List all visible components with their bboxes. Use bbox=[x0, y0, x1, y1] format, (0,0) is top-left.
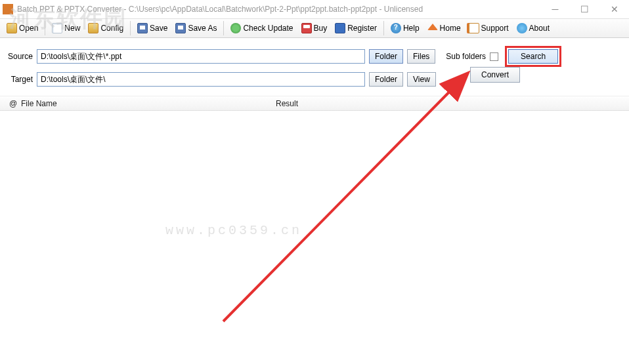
save-label: Save bbox=[150, 24, 167, 33]
config-label: Config bbox=[100, 24, 123, 33]
saveas-label: Save As bbox=[188, 24, 217, 33]
about-label: About bbox=[529, 24, 550, 33]
save-as-icon bbox=[175, 23, 186, 33]
info-icon bbox=[517, 23, 527, 33]
toolbar-separator bbox=[45, 21, 45, 35]
checkupdate-label: Check Update bbox=[243, 24, 293, 33]
subfolders-checkbox[interactable] bbox=[490, 52, 498, 61]
buy-label: Buy bbox=[314, 24, 328, 33]
col-result: Result bbox=[271, 99, 625, 108]
gear-icon bbox=[88, 23, 98, 33]
toolbar-separator bbox=[223, 21, 224, 35]
convert-button[interactable]: Convert bbox=[470, 67, 520, 83]
about-button[interactable]: About bbox=[513, 22, 553, 35]
help-button[interactable]: ?Help bbox=[387, 22, 423, 35]
save-as-button[interactable]: Save As bbox=[171, 22, 221, 35]
maximize-button[interactable]: ☐ bbox=[570, 0, 599, 18]
close-button[interactable]: ✕ bbox=[599, 0, 629, 18]
open-label: Open bbox=[19, 24, 38, 33]
support-icon bbox=[469, 23, 479, 33]
home-label: Home bbox=[440, 24, 461, 33]
home-button[interactable]: Home bbox=[423, 22, 465, 34]
source-folder-button[interactable]: Folder bbox=[369, 49, 403, 64]
results-table-body bbox=[0, 111, 629, 360]
results-table-header: @ File Name Result bbox=[0, 96, 629, 111]
convert-wrap: Convert bbox=[470, 67, 520, 83]
search-button[interactable]: Search bbox=[508, 49, 558, 64]
check-update-button[interactable]: Check Update bbox=[227, 22, 297, 35]
minimize-button[interactable]: ─ bbox=[540, 0, 570, 18]
target-folder-button[interactable]: Folder bbox=[369, 72, 403, 87]
new-label: New bbox=[64, 24, 80, 33]
col-at: @ bbox=[4, 99, 16, 108]
new-button[interactable]: New bbox=[48, 22, 84, 35]
source-row: Source Folder Files Sub folders Search bbox=[7, 46, 622, 67]
help-label: Help bbox=[403, 24, 420, 33]
register-icon bbox=[335, 23, 345, 33]
search-highlight: Search bbox=[505, 46, 561, 67]
source-input[interactable] bbox=[37, 49, 365, 64]
folder-open-icon bbox=[7, 23, 17, 33]
toolbar-separator bbox=[130, 21, 131, 35]
save-button[interactable]: Save bbox=[133, 22, 171, 35]
register-label: Register bbox=[347, 24, 377, 33]
open-button[interactable]: Open bbox=[3, 22, 42, 35]
app-icon bbox=[3, 4, 13, 14]
target-row: Target Folder View bbox=[7, 72, 622, 87]
help-icon: ? bbox=[391, 23, 401, 33]
subfolders-label: Sub folders bbox=[446, 52, 486, 61]
form-panel: Source Folder Files Sub folders Search T… bbox=[0, 38, 629, 96]
target-label: Target bbox=[7, 75, 33, 84]
cart-icon bbox=[301, 23, 312, 33]
home-icon bbox=[427, 24, 438, 30]
toolbar-separator bbox=[383, 21, 384, 35]
config-button[interactable]: Config bbox=[84, 22, 127, 35]
main-toolbar: Open New Config Save Save As Check Updat… bbox=[0, 18, 629, 38]
register-button[interactable]: Register bbox=[331, 22, 381, 35]
window-controls: ─ ☐ ✕ bbox=[540, 0, 629, 18]
title-bar: Batch PPT & PPTX Converter - C:\Users\pc… bbox=[0, 0, 629, 18]
save-icon bbox=[137, 23, 148, 33]
col-filename: File Name bbox=[16, 99, 271, 108]
source-files-button[interactable]: Files bbox=[407, 49, 435, 64]
target-input[interactable] bbox=[37, 72, 365, 87]
window-title: Batch PPT & PPTX Converter - C:\Users\pc… bbox=[17, 5, 423, 14]
source-label: Source bbox=[7, 52, 33, 61]
target-view-button[interactable]: View bbox=[407, 72, 436, 87]
support-label: Support bbox=[481, 24, 509, 33]
buy-button[interactable]: Buy bbox=[297, 22, 332, 35]
new-file-icon bbox=[52, 23, 62, 33]
update-icon bbox=[230, 23, 241, 33]
support-button[interactable]: Support bbox=[465, 22, 513, 35]
